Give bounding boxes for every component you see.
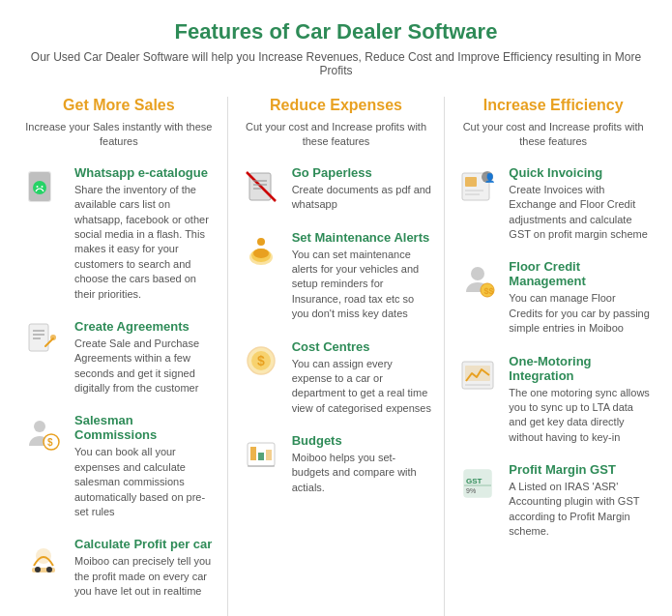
svg-point-9	[50, 335, 56, 340]
floor-credit-title: Floor Credit Management	[509, 259, 650, 288]
svg-text:$: $	[257, 353, 265, 368]
col3-title: Increase Efficiency	[456, 97, 650, 114]
svg-rect-30	[250, 447, 256, 460]
invoicing-desc: Create Invoices with Exchange and Floor …	[509, 183, 650, 243]
svg-point-2	[33, 181, 46, 194]
paperless-text: Go Paperless Create documents as pdf and…	[292, 165, 433, 213]
col2-title: Reduce Expenses	[240, 97, 433, 114]
profit-car-title: Calculate Profit per car	[74, 537, 216, 551]
feature-agreements: Create Agreements Create Sale and Purcha…	[22, 319, 216, 396]
svg-text:$: $	[47, 437, 53, 448]
paperless-icon	[240, 165, 282, 208]
svg-point-24	[253, 249, 269, 258]
svg-rect-32	[266, 450, 272, 460]
svg-rect-35	[465, 177, 477, 187]
maintenance-desc: You can set maintenance alerts for your …	[292, 248, 433, 322]
whatsapp-text: Whatsapp e-catalogue Share the inventory…	[74, 165, 216, 302]
feature-whatsapp: Whatsapp e-catalogue Share the inventory…	[22, 165, 216, 302]
svg-text:GST: GST	[466, 477, 482, 485]
paperless-title: Go Paperless	[292, 165, 433, 180]
feature-gst: GST 9% Profit Margin GST A Listed on IRA…	[456, 462, 650, 540]
svg-point-4	[42, 186, 44, 188]
floor-credit-desc: You can manage Floor Credits for you car…	[509, 291, 650, 336]
salesman-desc: You can book all your expenses and calcu…	[74, 445, 216, 519]
floor-credit-icon: $$	[456, 259, 499, 302]
motoring-desc: The one motoring sync allows you to sync…	[509, 386, 650, 446]
feature-invoicing: 👤 Quick Invoicing Create Invoices with E…	[456, 165, 650, 243]
salesman-text: Salesman Commissions You can book all yo…	[74, 413, 216, 519]
invoicing-title: Quick Invoicing	[509, 165, 650, 180]
page-subtitle: Our Used Car Dealer Software will help y…	[15, 50, 657, 77]
divider-2	[444, 97, 445, 616]
col-get-more-sales: Get More Sales Increase your Sales insta…	[15, 97, 223, 616]
col1-subtitle: Increase your Sales instantly with these…	[22, 120, 216, 150]
svg-point-10	[34, 421, 45, 432]
divider-1	[227, 97, 228, 616]
svg-text:👤: 👤	[484, 172, 496, 184]
feature-motoring: One-Motoring Integration The one motorin…	[456, 354, 650, 446]
col2-subtitle: Cut your cost and Increase profits with …	[240, 120, 433, 150]
cost-icon: $	[240, 339, 282, 382]
cost-desc: You can assign every expense to a car or…	[292, 357, 433, 417]
motoring-icon	[456, 354, 499, 396]
col1-title: Get More Sales	[22, 97, 216, 114]
svg-point-40	[471, 267, 484, 280]
cost-text: Cost Centres You can assign every expens…	[292, 339, 433, 417]
feature-cost: $ Cost Centres You can assign every expe…	[240, 339, 433, 417]
columns-container: Get More Sales Increase your Sales insta…	[15, 97, 657, 616]
gst-text: Profit Margin GST A Listed on IRAS 'ASR'…	[509, 462, 650, 540]
whatsapp-desc: Share the inventory of the available car…	[74, 183, 216, 302]
gst-icon: GST 9%	[456, 462, 499, 505]
motoring-text: One-Motoring Integration The one motorin…	[509, 354, 650, 446]
feature-profit-car: Calculate Profit per car Moiboo can prec…	[22, 537, 216, 599]
svg-rect-31	[258, 453, 264, 460]
salesman-icon: $	[22, 413, 65, 455]
motoring-title: One-Motoring Integration	[509, 354, 650, 383]
floor-credit-text: Floor Credit Management You can manage F…	[509, 259, 650, 336]
feature-floor-credit: $$ Floor Credit Management You can manag…	[456, 259, 650, 336]
whatsapp-title: Whatsapp e-catalogue	[74, 165, 216, 180]
budgets-text: Budgets Moiboo helps you set-budgets and…	[292, 433, 433, 495]
invoicing-icon: 👤	[456, 165, 499, 208]
agreements-icon	[22, 319, 65, 362]
profit-car-icon	[22, 537, 65, 579]
agreements-title: Create Agreements	[74, 319, 216, 334]
page-container: Features of Car Dealer Software Our Used…	[0, 0, 672, 616]
page-title: Features of Car Dealer Software	[15, 19, 657, 44]
gst-title: Profit Margin GST	[509, 462, 650, 477]
col-reduce-expenses: Reduce Expenses Cut your cost and Increa…	[232, 97, 441, 616]
budgets-icon	[240, 433, 282, 476]
profit-car-text: Calculate Profit per car Moiboo can prec…	[74, 537, 216, 599]
paperless-desc: Create documents as pdf and whatsapp	[292, 183, 433, 213]
svg-point-15	[35, 567, 41, 572]
cost-title: Cost Centres	[292, 339, 433, 354]
svg-text:$$: $$	[484, 286, 494, 296]
feature-salesman: $ Salesman Commissions You can book all …	[22, 413, 216, 519]
feature-paperless: Go Paperless Create documents as pdf and…	[240, 165, 433, 213]
svg-text:9%: 9%	[466, 487, 476, 494]
feature-budgets: Budgets Moiboo helps you set-budgets and…	[240, 433, 433, 495]
budgets-title: Budgets	[292, 433, 433, 448]
maintenance-text: Set Maintenance Alerts You can set maint…	[292, 230, 433, 322]
svg-point-3	[37, 186, 39, 188]
maintenance-title: Set Maintenance Alerts	[292, 230, 433, 245]
col-increase-efficiency: Increase Efficiency Cut your cost and In…	[449, 97, 657, 616]
agreements-desc: Create Sale and Purchase Agreements with…	[74, 337, 216, 396]
agreements-text: Create Agreements Create Sale and Purcha…	[74, 319, 216, 396]
budgets-desc: Moiboo helps you set-budgets and compare…	[292, 451, 433, 495]
feature-maintenance: Set Maintenance Alerts You can set maint…	[240, 230, 433, 322]
invoicing-text: Quick Invoicing Create Invoices with Exc…	[509, 165, 650, 243]
gst-desc: A Listed on IRAS 'ASR' Accounting plugin…	[509, 480, 650, 540]
whatsapp-icon	[22, 165, 65, 208]
col3-subtitle: Cut your cost and Increase profits with …	[456, 120, 650, 150]
svg-point-16	[46, 567, 52, 572]
salesman-title: Salesman Commissions	[74, 413, 216, 442]
profit-car-desc: Moiboo can precisely tell you the profit…	[74, 554, 216, 599]
maintenance-icon	[240, 230, 282, 273]
